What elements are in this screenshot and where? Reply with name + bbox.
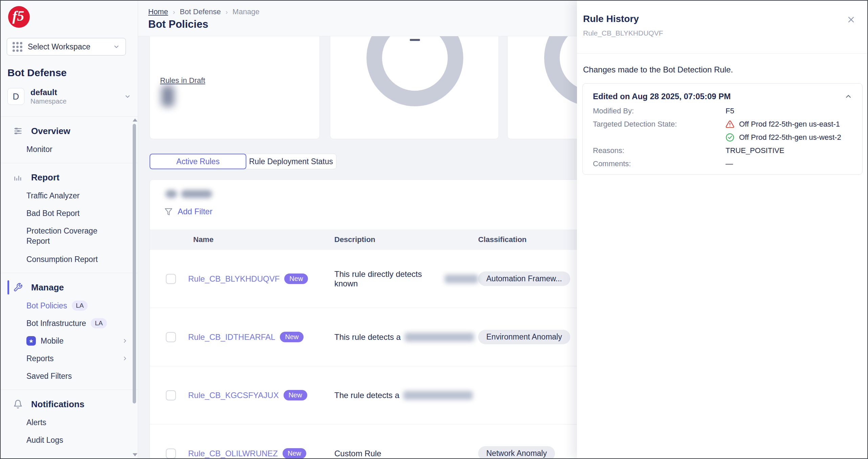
panel-description: Changes made to the Bot Detection Rule.	[583, 65, 733, 74]
nav-item-label: Bot Policies	[26, 301, 67, 310]
history-entry-header[interactable]: Edited on Aug 28 2025, 07:05:09 PM	[583, 84, 862, 101]
sidebar-item-bot-infrastructure[interactable]: Bot Infrastructure LA	[1, 314, 138, 332]
row-checkbox[interactable]	[166, 449, 176, 459]
panel-divider	[577, 53, 868, 53]
grid-icon	[13, 42, 22, 52]
sidebar-item-audit-logs[interactable]: Audit Logs	[1, 431, 138, 449]
classification-pill: Environment Anomaly	[478, 330, 570, 344]
sidebar-item-mobile[interactable]: ★ Mobile	[1, 332, 138, 350]
modified-by-value: F5	[726, 107, 855, 115]
sidebar-item-notifications[interactable]: Notifications	[1, 395, 138, 414]
donut-ring	[366, 36, 463, 106]
sidebar-item-monitor[interactable]: Monitor	[1, 140, 138, 158]
sidebar-scrollbar[interactable]	[132, 116, 137, 458]
tab-rule-deployment-status[interactable]: Rule Deployment Status	[246, 154, 336, 169]
wrench-icon	[13, 283, 23, 292]
rules-tabs: Active Rules Rule Deployment Status	[150, 154, 336, 169]
namespace-selector[interactable]: D default Namespace	[7, 86, 131, 107]
breadcrumb-home[interactable]: Home	[148, 7, 168, 16]
sidebar-item-consumption-report[interactable]: Consumption Report	[1, 250, 138, 268]
main-content: Home › Bot Defense › Manage Bot Policies…	[138, 1, 578, 458]
nav-item-label: Mobile	[41, 336, 64, 346]
rule-link[interactable]: Rule_CB_IDTHEARFAL	[188, 332, 275, 342]
description-redacted	[405, 333, 474, 342]
breadcrumb-manage: Manage	[232, 7, 260, 16]
column-header-name: Name	[188, 235, 334, 244]
rule-description: This rule directly detects known	[334, 269, 441, 288]
classification-pill: Network Anomaly	[478, 446, 555, 459]
la-badge: LA	[91, 318, 107, 328]
nav-section-overview: Overview Monitor	[1, 117, 138, 163]
row-checkbox[interactable]	[166, 390, 176, 400]
namespace-avatar: D	[7, 88, 24, 105]
donut-chart-card	[330, 36, 499, 139]
rules-in-draft-value-redacted	[161, 86, 174, 107]
rule-description: Custom Rule	[334, 449, 381, 458]
f5-logo-text: f5	[13, 8, 24, 24]
panel-title: Rule History	[583, 14, 639, 24]
nav-heading-label: Manage	[31, 282, 64, 293]
namespace-name: default	[30, 88, 67, 97]
rule-description: The rule detects a	[334, 391, 399, 400]
chevron-right-icon	[121, 355, 128, 362]
row-checkbox[interactable]	[166, 274, 176, 284]
bell-icon	[13, 399, 23, 409]
sidebar-item-report[interactable]: Report	[1, 168, 138, 187]
row-checkbox[interactable]	[166, 332, 176, 342]
page-header: Home › Bot Defense › Manage Bot Policies	[138, 1, 578, 36]
sidebar-item-overview[interactable]: Overview	[1, 122, 138, 140]
nav-item-label: Monitor	[26, 145, 52, 154]
scroll-down-arrow-icon[interactable]	[133, 453, 137, 456]
rule-description: This rule detects a	[334, 332, 401, 342]
nav-item-label: Alerts	[26, 418, 46, 427]
description-redacted	[445, 275, 478, 283]
nav-section-manage: Manage Bot Policies LA Bot Infrastructur…	[1, 273, 138, 390]
sidebar-item-bad-bot-report[interactable]: Bad Bot Report	[1, 204, 138, 222]
rules-in-draft-link[interactable]: Rules in Draft	[160, 76, 205, 85]
rule-link[interactable]: Rule_CB_KGCSFYAJUX	[188, 391, 279, 400]
new-badge: New	[284, 274, 308, 284]
sidebar-item-saved-filters[interactable]: Saved Filters	[1, 367, 138, 385]
check-circle-icon	[726, 133, 734, 142]
workspace-selector[interactable]: Select Workspace	[7, 38, 126, 56]
rule-link[interactable]: Rule_CB_OLILWRUNEZ	[188, 449, 278, 458]
panel-subtitle: Rule_CB_BLYKHDUQVF	[583, 29, 663, 37]
targeted-detection-state-2: Off Prod f22-5th-gen us-west-2	[726, 133, 855, 142]
add-filter-button[interactable]: Add Filter	[164, 207, 213, 216]
close-icon[interactable]	[846, 15, 856, 24]
sidebar-item-protection-coverage-report[interactable]: Protection Coverage Report	[1, 222, 138, 250]
modified-by-label: Modified By:	[593, 107, 726, 115]
chevron-right-icon	[121, 337, 128, 344]
sidebar-item-manage[interactable]: Manage	[1, 278, 138, 297]
nav-item-label: Bot Infrastructure	[26, 319, 86, 328]
scroll-up-arrow-icon[interactable]	[133, 118, 137, 122]
sidebar-item-traffic-analyzer[interactable]: Traffic Analyzer	[1, 187, 138, 204]
nav-item-label: Saved Filters	[26, 372, 72, 381]
reasons-value: TRUE_POSITIVE	[726, 146, 855, 155]
sidebar-item-alerts[interactable]: Alerts	[1, 414, 138, 431]
nav-item-label: Reports	[26, 354, 54, 363]
history-entry-card: Edited on Aug 28 2025, 07:05:09 PM Modif…	[582, 83, 863, 175]
breadcrumb-bot-defense[interactable]: Bot Defense	[180, 7, 221, 16]
page-title: Bot Policies	[148, 18, 208, 30]
sidebar-item-reports[interactable]: Reports	[1, 350, 138, 367]
nav-section-notifications: Notifications Alerts Audit Logs	[1, 390, 138, 454]
rule-link[interactable]: Rule_CB_BLYKHDUQVF	[188, 274, 280, 284]
state-text: Off Prod f22-5th-gen us-west-2	[739, 133, 841, 142]
tab-active-rules[interactable]: Active Rules	[150, 154, 246, 169]
new-badge: New	[284, 390, 307, 400]
sidebar-item-bot-policies[interactable]: Bot Policies LA	[1, 297, 138, 314]
chevron-up-icon[interactable]	[844, 92, 853, 101]
chevron-right-icon: ›	[225, 8, 228, 16]
warning-triangle-icon	[726, 120, 734, 129]
nav-item-label: Traffic Analyzer	[26, 191, 80, 200]
chevron-right-icon: ›	[173, 8, 175, 16]
new-badge: New	[283, 448, 306, 459]
history-entry-details: Modified By: F5 Targeted Detection State…	[583, 101, 862, 168]
spacer	[593, 133, 726, 142]
new-badge: New	[280, 332, 304, 342]
rule-history-panel: Rule History Rule_CB_BLYKHDUQVF Changes …	[577, 1, 868, 458]
f5-logo[interactable]: f5	[8, 6, 30, 28]
scrollbar-thumb[interactable]	[133, 124, 136, 403]
nav-heading-label: Overview	[31, 126, 70, 136]
